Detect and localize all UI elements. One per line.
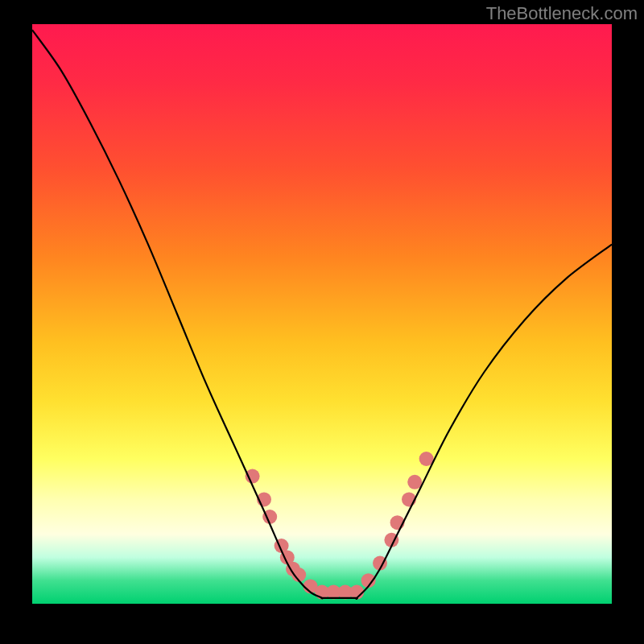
chart-svg <box>32 24 612 604</box>
bottleneck-curve <box>32 30 612 599</box>
watermark-text: TheBottleneck.com <box>486 3 638 24</box>
marker-group <box>246 452 434 600</box>
highlight-marker <box>407 475 422 489</box>
chart-container: TheBottleneck.com <box>0 0 644 644</box>
